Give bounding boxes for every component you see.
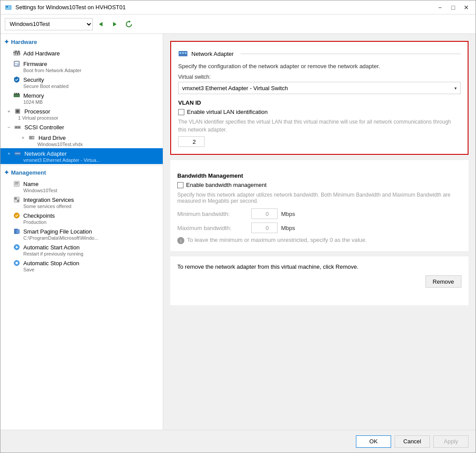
svg-rect-12 [16, 93, 17, 95]
sidebar-item-hard-drive[interactable]: + Hard Drive Windows10Test.vhdx [0, 132, 163, 148]
toolbar: Windows10Test [0, 15, 476, 34]
remove-text: To remove the network adapter from this … [177, 263, 461, 270]
svg-rect-2 [6, 6, 8, 7]
close-button[interactable]: ✕ [461, 3, 472, 12]
integration-icon [13, 196, 21, 204]
vlan-id-row [178, 136, 461, 147]
security-sublabel: Secure Boot enabled [23, 84, 159, 89]
virtual-switch-label: Virtual switch: [178, 74, 461, 80]
svg-text:HW: HW [13, 50, 20, 56]
svg-rect-17 [15, 127, 17, 128]
security-icon [13, 76, 21, 84]
hardware-section-header: ✦ Hardware [0, 36, 163, 48]
bandwidth-section-label: Bandwidth Management [177, 172, 461, 179]
scsi-label: SCSI Controller [24, 124, 64, 131]
scsi-icon [14, 123, 22, 131]
processor-sublabel: 1 Virtual processor [18, 115, 159, 121]
refresh-button[interactable] [123, 18, 135, 30]
apply-button[interactable]: Apply [433, 435, 469, 448]
svg-rect-39 [179, 52, 181, 54]
cancel-button[interactable]: Cancel [395, 435, 430, 448]
checkpoints-sublabel: Production [23, 219, 159, 225]
svg-rect-33 [16, 230, 19, 234]
sidebar-item-scsi[interactable]: − SCSI Controller [0, 122, 163, 132]
auto-start-sublabel: Restart if previously running [23, 251, 159, 256]
svg-rect-8 [15, 62, 18, 63]
processor-label: Processor [24, 108, 50, 115]
vm-selector[interactable]: Windows10Test [5, 18, 93, 30]
svg-rect-22 [15, 153, 17, 154]
panel-title-row: Network Adapter [178, 49, 461, 58]
sidebar-item-auto-stop[interactable]: Automatic Stop Action Save [0, 258, 163, 274]
sidebar-item-integration[interactable]: Integration Services Some services offer… [0, 194, 163, 210]
panel-title-text: Network Adapter [191, 51, 234, 57]
svg-marker-3 [99, 22, 103, 26]
enable-vlan-row: Enable virtual LAN identification [178, 109, 461, 115]
svg-rect-18 [18, 127, 20, 128]
ok-button[interactable]: OK [356, 435, 391, 448]
integration-label: Integration Services [23, 197, 74, 203]
sidebar: ✦ Hardware HW Add Hardware [0, 34, 163, 430]
auto-start-label: Automatic Start Action [23, 244, 80, 251]
hdd-expand-icon: + [22, 135, 24, 140]
enable-bw-checkbox[interactable] [177, 182, 183, 188]
max-bw-input[interactable] [251, 223, 278, 233]
svg-rect-41 [185, 52, 187, 54]
sidebar-item-security[interactable]: Security Secure Boot enabled [0, 74, 163, 90]
hardware-star-icon: ✦ [4, 38, 9, 45]
auto-stop-label: Automatic Stop Action [23, 260, 79, 267]
info-row: i To leave the minimum or maximum unrest… [177, 237, 461, 244]
svg-rect-23 [17, 153, 18, 154]
svg-point-20 [32, 137, 34, 139]
sidebar-item-processor[interactable]: + Processor 1 Virtual processor [0, 106, 163, 122]
sidebar-item-network-adapter[interactable]: + Network Adapter vmxnet3 Ethernet Adapt… [0, 148, 163, 164]
sidebar-item-name[interactable]: Name Windows10Test [0, 179, 163, 194]
back-button[interactable] [95, 18, 107, 30]
bandwidth-panel: Bandwidth Management Enable bandwidth ma… [170, 160, 469, 251]
min-bw-unit: Mbps [281, 211, 295, 217]
info-icon: i [177, 237, 184, 244]
sidebar-item-firmware[interactable]: Firmware Boot from Network Adapter [0, 58, 163, 74]
vlan-id-input[interactable] [178, 136, 205, 147]
max-bw-unit: Mbps [281, 225, 295, 231]
sidebar-item-smart-paging[interactable]: Smart Paging File Location C:\ProgramDat… [0, 226, 163, 242]
sidebar-item-auto-start[interactable]: Automatic Start Action Restart if previo… [0, 242, 163, 258]
sidebar-item-checkpoints[interactable]: Checkpoints Production [0, 210, 163, 226]
auto-start-icon [13, 243, 21, 251]
window-controls: − □ ✕ [434, 3, 472, 12]
remove-button[interactable]: Remove [425, 275, 461, 288]
sidebar-item-add-hardware[interactable]: HW Add Hardware [0, 48, 163, 58]
remove-panel: To remove the network adapter from this … [170, 256, 469, 305]
network-sublabel: vmxnet3 Ethernet Adapter - Virtua... [23, 157, 159, 163]
virtual-switch-value: vmxnet3 Ethernet Adapter - Virtual Switc… [182, 85, 288, 91]
hdd-sublabel: Windows10Test.vhdx [37, 142, 159, 147]
hdd-icon [28, 134, 36, 142]
svg-rect-15 [16, 110, 19, 113]
firmware-icon [13, 60, 21, 68]
svg-rect-27 [15, 184, 18, 185]
forward-button[interactable] [109, 18, 121, 30]
svg-rect-30 [17, 200, 19, 202]
enable-vlan-checkbox[interactable] [178, 109, 184, 115]
main-window: Settings for Windows10Test on HVHOST01 −… [0, 0, 476, 453]
processor-expand-icon: + [7, 109, 10, 114]
checkpoints-icon [13, 212, 21, 219]
min-bw-input[interactable] [251, 208, 278, 219]
bandwidth-description: Specify how this network adapter utilize… [177, 192, 461, 204]
network-adapter-panel: Network Adapter Specify the configuratio… [170, 41, 469, 155]
vlan-description: The VLAN identifier specifies the virtua… [178, 118, 461, 134]
network-expand-icon: + [7, 151, 10, 156]
smart-paging-label: Smart Paging File Location [23, 228, 92, 235]
management-label: Management [11, 169, 46, 176]
enable-vlan-label: Enable virtual LAN identification [187, 109, 268, 115]
panel-title-icon [178, 49, 188, 58]
virtual-switch-dropdown[interactable]: vmxnet3 Ethernet Adapter - Virtual Switc… [178, 82, 461, 94]
firmware-label: Firmware [23, 61, 47, 67]
sidebar-item-memory[interactable]: Memory 1024 MB [0, 90, 163, 106]
maximize-button[interactable]: □ [447, 3, 459, 12]
vlan-section-label: VLAN ID [178, 99, 461, 106]
add-hardware-icon: HW [13, 49, 21, 57]
management-section-header: ✦ Management [0, 166, 163, 179]
minimize-button[interactable]: − [434, 3, 446, 12]
add-hardware-label: Add Hardware [23, 50, 60, 57]
